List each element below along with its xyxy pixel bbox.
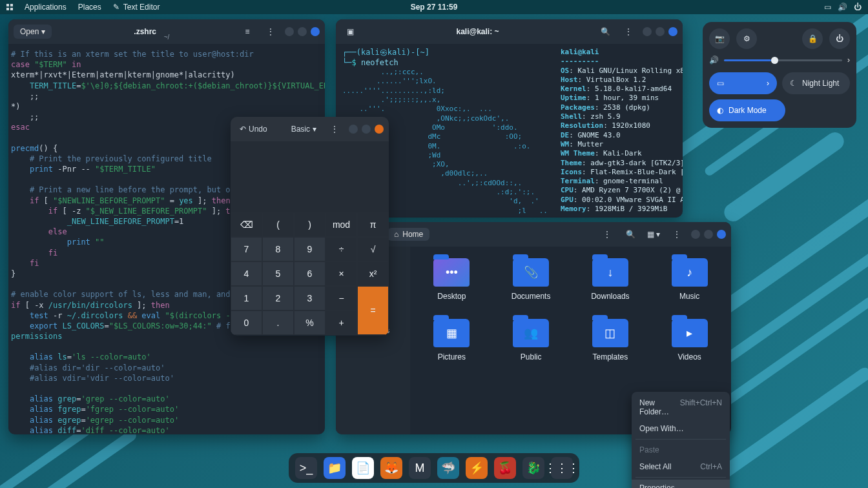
lock-button[interactable]: 🔒 bbox=[802, 28, 823, 49]
menu-places[interactable]: Places bbox=[78, 3, 101, 12]
editor-path: ~/ bbox=[164, 34, 170, 41]
calc-key-mod[interactable]: mod bbox=[326, 212, 357, 237]
maximize-button[interactable] bbox=[362, 125, 371, 134]
activities-icon[interactable] bbox=[6, 4, 13, 10]
folder-music[interactable]: ♪Music bbox=[656, 258, 723, 301]
calc-key-%[interactable]: % bbox=[294, 310, 326, 335]
calc-key-−[interactable]: − bbox=[326, 286, 357, 310]
dock-apps[interactable]: ⋮⋮⋮ bbox=[551, 457, 573, 479]
menu-item-select-all[interactable]: Select AllCtrl+A bbox=[632, 458, 730, 475]
dock-ws[interactable]: 🦈 bbox=[437, 457, 459, 479]
clock[interactable]: Sep 27 11:59 bbox=[411, 3, 458, 12]
calc-key-9[interactable]: 9 bbox=[294, 237, 326, 261]
calc-key-2[interactable]: 2 bbox=[262, 286, 294, 310]
editor-window-controls bbox=[285, 27, 320, 36]
wired-toggle[interactable]: ▭ › bbox=[709, 72, 777, 94]
menu-icon[interactable]: ⋮ bbox=[619, 23, 637, 41]
folder-videos[interactable]: ▸Videos bbox=[656, 319, 723, 361]
power-button[interactable]: ⏻ bbox=[829, 28, 850, 49]
calc-display[interactable] bbox=[231, 141, 389, 212]
calc-key-√[interactable]: √ bbox=[357, 237, 389, 261]
folder-icon: ▸ bbox=[672, 319, 708, 347]
calc-key-1[interactable]: 1 bbox=[231, 286, 262, 310]
menu-applications[interactable]: Applications bbox=[25, 3, 67, 12]
calc-key-7[interactable]: 7 bbox=[231, 237, 262, 261]
calc-key-0[interactable]: 0 bbox=[231, 310, 262, 335]
calc-key-⌫[interactable]: ⌫ bbox=[231, 212, 262, 237]
calc-key-4[interactable]: 4 bbox=[231, 261, 262, 286]
undo-button[interactable]: ↶ Undo bbox=[236, 120, 271, 138]
calc-key-π[interactable]: π bbox=[357, 212, 389, 237]
menu-item-properties[interactable]: Properties bbox=[632, 480, 730, 488]
new-tab-button[interactable]: ▣ bbox=[341, 23, 359, 41]
path-label: Home bbox=[402, 230, 423, 239]
calc-key-)[interactable]: ) bbox=[294, 212, 326, 237]
context-menu: New Folder…Shift+Ctrl+NOpen With…PasteSe… bbox=[632, 392, 730, 488]
path-menu-icon[interactable]: ⋮ bbox=[598, 225, 616, 243]
menu-item-new-folder-[interactable]: New Folder…Shift+Ctrl+N bbox=[632, 394, 730, 420]
calc-key-=[interactable]: = bbox=[357, 286, 389, 335]
minimize-button[interactable] bbox=[349, 125, 358, 134]
view-toggle[interactable]: ▦ ▾ bbox=[645, 225, 663, 243]
close-button[interactable] bbox=[311, 27, 320, 36]
dock-msf[interactable]: M bbox=[409, 457, 431, 479]
volume-slider[interactable]: 🔊 › bbox=[709, 56, 850, 65]
settings-button[interactable]: ⚙ bbox=[736, 28, 757, 49]
path-bar[interactable]: ⌂ Home bbox=[388, 228, 429, 241]
menu-icon[interactable]: ⋮ bbox=[668, 225, 686, 243]
night-light-label: Night Light bbox=[802, 79, 839, 88]
dark-mode-toggle[interactable]: ◐ Dark Mode bbox=[709, 99, 785, 121]
folder-desktop[interactable]: •••Desktop bbox=[418, 258, 486, 301]
minimize-button[interactable] bbox=[285, 27, 294, 36]
power-indicator-icon[interactable]: ⏻ bbox=[854, 3, 862, 12]
folder-pictures[interactable]: ▦Pictures bbox=[418, 319, 486, 361]
search-icon[interactable]: 🔍 bbox=[596, 23, 614, 41]
open-button[interactable]: Open ▾ bbox=[14, 25, 52, 39]
maximize-button[interactable] bbox=[656, 27, 665, 36]
dock-doc[interactable]: 📄 bbox=[352, 457, 374, 479]
calc-key-×[interactable]: × bbox=[326, 261, 357, 286]
calc-key-.[interactable]: . bbox=[262, 310, 294, 335]
calc-key-5[interactable]: 5 bbox=[262, 261, 294, 286]
dock-kali[interactable]: 🐉 bbox=[522, 457, 544, 479]
folder-documents[interactable]: 📎Documents bbox=[497, 258, 565, 301]
calc-key-([interactable]: ( bbox=[262, 212, 294, 237]
minimize-button[interactable] bbox=[643, 27, 652, 36]
dock-bs[interactable]: ⚡ bbox=[466, 457, 488, 479]
night-light-toggle[interactable]: ☾ Night Light bbox=[782, 72, 850, 94]
screenshot-indicator-icon[interactable]: ▭ bbox=[824, 3, 831, 12]
chevron-down-icon: ▾ bbox=[313, 125, 316, 134]
maximize-button[interactable] bbox=[298, 27, 307, 36]
dock-term[interactable]: >_ bbox=[295, 457, 317, 479]
calc-key-8[interactable]: 8 bbox=[262, 237, 294, 261]
volume-indicator-icon[interactable]: 🔊 bbox=[838, 3, 847, 12]
folder-public[interactable]: 👥Public bbox=[497, 319, 565, 361]
menu-text-editor[interactable]: ✎ Text Editor bbox=[113, 3, 160, 12]
dock-ff[interactable]: 🦊 bbox=[380, 457, 402, 479]
close-button[interactable] bbox=[668, 27, 677, 36]
folder-downloads[interactable]: ↓Downloads bbox=[577, 258, 645, 301]
dock-cherry[interactable]: 🍒 bbox=[494, 457, 516, 479]
maximize-button[interactable] bbox=[704, 230, 713, 239]
menu-icon[interactable]: ⋮ bbox=[326, 120, 344, 138]
dock: >_📁📄🦊M🦈⚡🍒🐉⋮⋮⋮ bbox=[289, 453, 579, 483]
close-button[interactable] bbox=[717, 230, 726, 239]
calc-key-3[interactable]: 3 bbox=[294, 286, 326, 310]
folder-templates[interactable]: ◫Templates bbox=[577, 319, 645, 361]
mode-selector[interactable]: Basic ▾ bbox=[287, 120, 320, 138]
minimize-button[interactable] bbox=[691, 230, 700, 239]
calc-key-+[interactable]: + bbox=[326, 310, 357, 335]
close-button[interactable] bbox=[375, 125, 384, 134]
expand-icon[interactable]: › bbox=[847, 56, 850, 65]
folder-icon: ••• bbox=[433, 258, 470, 287]
sidebar-toggle-icon[interactable]: ≡ bbox=[238, 23, 256, 41]
screenshot-button[interactable]: 📷 bbox=[709, 28, 730, 49]
dock-files[interactable]: 📁 bbox=[324, 457, 346, 479]
calc-key-x²[interactable]: x² bbox=[357, 261, 389, 286]
calc-key-÷[interactable]: ÷ bbox=[326, 237, 357, 261]
search-icon[interactable]: 🔍 bbox=[621, 225, 639, 243]
calc-key-6[interactable]: 6 bbox=[294, 261, 326, 286]
folder-icon: ▦ bbox=[433, 319, 470, 347]
menu-icon[interactable]: ⋮ bbox=[262, 23, 280, 41]
menu-item-open-with-[interactable]: Open With… bbox=[632, 420, 730, 437]
